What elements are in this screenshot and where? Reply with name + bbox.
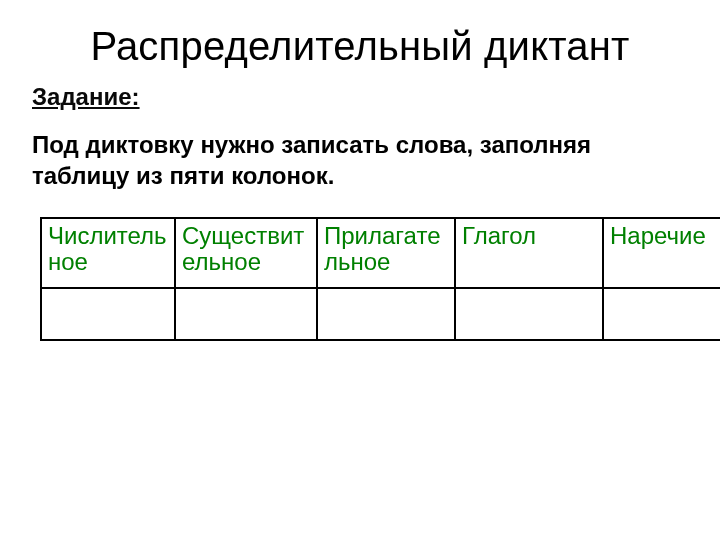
table-row	[41, 288, 720, 340]
page-title: Распределительный диктант	[28, 24, 692, 69]
cell-numeral	[41, 288, 175, 340]
col-header-adverb: Наречие	[603, 218, 720, 288]
col-header-noun: Существительное	[175, 218, 317, 288]
task-label: Задание:	[32, 83, 692, 111]
cell-verb	[455, 288, 603, 340]
col-header-numeral: Числительное	[41, 218, 175, 288]
instruction-text: Под диктовку нужно записать слова, запол…	[32, 129, 692, 191]
cell-noun	[175, 288, 317, 340]
parts-of-speech-table: Числительное Существительное Прилагатель…	[40, 217, 720, 341]
cell-adverb	[603, 288, 720, 340]
col-header-verb: Глагол	[455, 218, 603, 288]
cell-adjective	[317, 288, 455, 340]
col-header-adjective: Прилагательное	[317, 218, 455, 288]
table-header-row: Числительное Существительное Прилагатель…	[41, 218, 720, 288]
slide: Распределительный диктант Задание: Под д…	[0, 0, 720, 540]
